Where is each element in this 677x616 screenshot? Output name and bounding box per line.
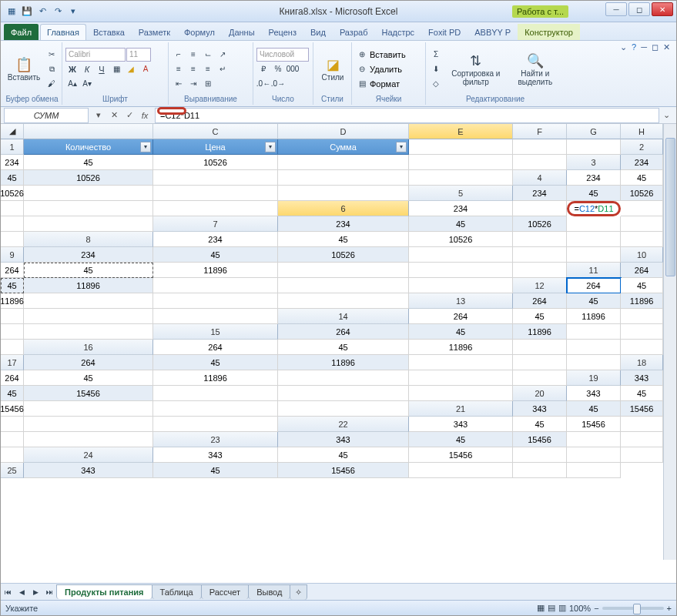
cell-G23[interactable] [621,432,663,447]
editing-cell[interactable]: =C12*D11 [567,201,621,216]
row-header-14[interactable]: 14 [278,309,409,324]
cell-E5[interactable]: 10526 [621,186,663,201]
cell-E18[interactable]: 11896 [153,370,278,386]
cell-H24[interactable] [621,447,663,463]
cell-E16[interactable]: 11896 [409,340,513,355]
cell-C2[interactable]: 234 [1,155,24,170]
worksheet-grid[interactable]: ◢CDEFGH1Количество▾Цена▾Сумма▾2234451052… [1,124,676,560]
currency-icon[interactable]: ₽ [256,62,270,76]
cell-F14[interactable] [621,309,663,324]
cell[interactable] [567,139,621,155]
cell-G14[interactable] [1,324,24,340]
border-icon[interactable]: ▦ [109,62,123,76]
cell-G19[interactable] [278,386,409,401]
row-header-16[interactable]: 16 [24,340,153,355]
cell-H21[interactable] [153,417,278,432]
cell-C24[interactable]: 343 [153,447,278,463]
cell-E20[interactable]: 15456 [1,401,24,417]
cell-H16[interactable] [621,340,663,355]
cell-F9[interactable] [409,247,513,263]
cell-G15[interactable] [621,324,663,340]
row-header-15[interactable]: 15 [153,324,278,340]
copy-icon[interactable]: ⧉ [45,62,59,76]
cell-E7[interactable]: 10526 [513,216,567,232]
cell-F10[interactable] [278,263,409,278]
cell-H11[interactable] [409,278,513,293]
tab-file[interactable]: Файл [4,24,39,40]
cell-C10[interactable]: 264 [1,263,24,278]
cell-C14[interactable]: 264 [409,309,513,324]
styles-button[interactable]: ◪Стили [317,45,349,94]
filter-dropdown-icon[interactable]: ▾ [140,142,151,152]
cell-G5[interactable] [24,201,153,216]
cell-D12[interactable]: 45 [621,278,663,293]
cell-C22[interactable]: 343 [409,417,513,432]
cell-C16[interactable]: 264 [153,340,278,355]
row-header-1[interactable]: 1 [1,139,24,155]
cell-C23[interactable]: 343 [278,432,409,447]
cell-C18[interactable]: 264 [1,370,24,386]
cell-C3[interactable]: 234 [621,155,663,170]
sheet-nav-prev-icon[interactable]: ◀ [15,585,28,599]
row-header-3[interactable]: 3 [567,155,621,170]
find-select-button[interactable]: 🔍Найти и выделить [509,45,561,94]
help-icon[interactable]: ? [632,42,636,52]
cell-H4[interactable] [278,186,409,201]
cell-D25[interactable]: 45 [153,463,278,478]
cell-D20[interactable]: 45 [621,386,663,401]
align-middle-icon[interactable]: ≡ [186,48,200,62]
minimize-ribbon-icon[interactable]: ⌄ [620,42,627,52]
format-painter-icon[interactable]: 🖌 [45,77,59,91]
row-header-8[interactable]: 8 [24,232,153,247]
increase-indent-icon[interactable]: ⇥ [186,77,200,91]
name-box[interactable]: СУММ [4,108,89,123]
cell-G12[interactable] [153,293,278,309]
tab-foxit[interactable]: Foxit PD [421,24,468,40]
cell-G3[interactable] [278,170,409,186]
increase-decimal-icon[interactable]: .0← [256,77,270,91]
format-cells-icon[interactable]: ▤ [355,77,369,91]
underline-icon[interactable]: Ч [95,62,109,76]
filter-dropdown-icon[interactable]: ▾ [396,142,407,152]
format-cells-button[interactable]: Формат [370,79,400,89]
col-header-H[interactable]: H [621,124,663,139]
insert-cells-button[interactable]: Вставить [370,50,406,59]
save-icon[interactable]: 💾 [21,5,33,18]
cell-D8[interactable]: 45 [278,232,409,247]
cell-C17[interactable]: 264 [24,355,153,370]
table-header-qty[interactable]: Количество▾ [24,139,153,155]
sheet-nav-last-icon[interactable]: ⏭ [42,585,56,599]
cell-G2[interactable] [409,155,513,170]
cell-G11[interactable] [278,278,409,293]
cell-F8[interactable] [513,232,567,247]
cell-D6[interactable] [513,201,567,216]
sheet-tab-3[interactable]: Рассчет [201,584,250,599]
zoom-level[interactable]: 100% [569,604,591,613]
row-header-4[interactable]: 4 [513,170,567,186]
tab-abbyy[interactable]: ABBYY P [468,24,518,40]
cell-D2[interactable]: 45 [24,155,153,170]
cell-E12[interactable]: 11896 [1,293,24,309]
align-top-icon[interactable]: ⌐ [172,48,186,62]
cell-F15[interactable] [567,324,621,340]
sheet-nav-next-icon[interactable]: ▶ [28,585,42,599]
cell-H15[interactable] [1,340,24,355]
row-header-2[interactable]: 2 [621,139,663,155]
cell-E4[interactable]: 10526 [1,186,24,201]
cell-F23[interactable] [567,432,621,447]
tab-design[interactable]: Конструктор [518,24,580,40]
row-header-22[interactable]: 22 [278,417,409,432]
cell-G8[interactable] [567,232,621,247]
cell-E25[interactable]: 15456 [278,463,409,478]
cell-F11[interactable] [153,278,278,293]
row-header-11[interactable]: 11 [567,263,621,278]
expand-formula-icon[interactable]: ⌄ [659,109,673,122]
cell-D16[interactable]: 45 [278,340,409,355]
cell-H23[interactable] [1,447,24,463]
autosum-icon[interactable]: Σ [429,48,443,62]
row-header-7[interactable]: 7 [153,216,278,232]
cell-G18[interactable] [409,370,513,386]
tab-insert[interactable]: Вставка [86,24,132,40]
merge-icon[interactable]: ⊞ [201,77,215,91]
cell-H22[interactable] [24,432,153,447]
